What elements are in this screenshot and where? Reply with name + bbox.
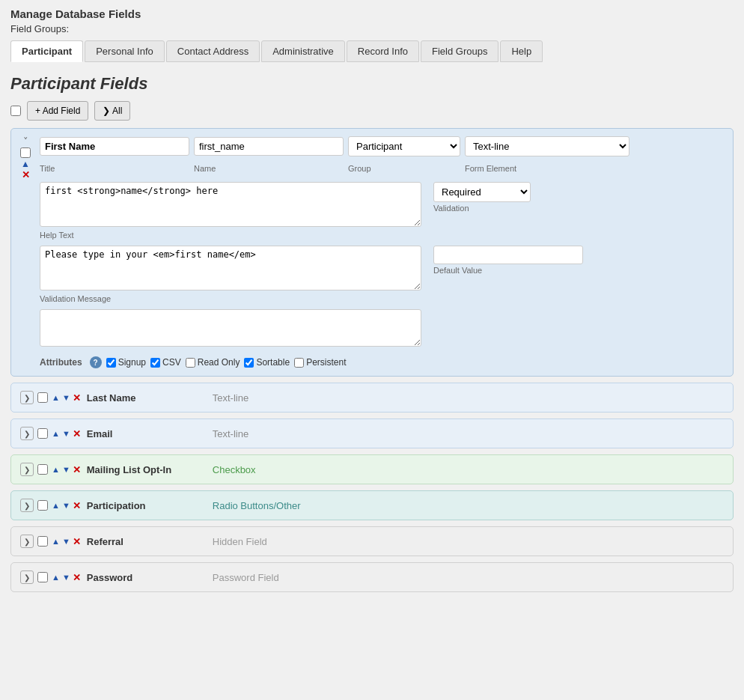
field-row-password: ❯ ▲ ▼ ✕ Password Password Field — [10, 562, 734, 592]
tab-participant[interactable]: Participant — [10, 40, 83, 62]
row-checkbox-referral[interactable] — [37, 536, 48, 547]
expand-btn-mailing-list[interactable]: ❯ — [20, 463, 34, 476]
row-down-mailing-list[interactable]: ▼ — [62, 465, 70, 474]
readonly-label: Read Only — [198, 357, 240, 368]
field-name-input[interactable] — [194, 137, 344, 156]
select-all-checkbox[interactable] — [10, 106, 21, 116]
field-group-select[interactable]: Participant Personal Info Contact Addres… — [348, 136, 460, 156]
row-field-name-password: Password — [87, 572, 207, 583]
default-value-input[interactable] — [433, 246, 583, 264]
sortable-label: Sortable — [256, 357, 290, 368]
row-up-password[interactable]: ▲ — [52, 573, 60, 582]
row-field-type-last-name: Text-line — [213, 392, 248, 404]
section-title: Participant Fields — [10, 74, 734, 94]
default-value-label: Default Value — [433, 266, 724, 275]
form-element-label: Form Element — [465, 164, 629, 173]
row-del-last-name[interactable]: ✕ — [73, 392, 81, 404]
validation-select[interactable]: Required None Email Number — [433, 182, 531, 202]
delete-button[interactable]: ✕ — [22, 170, 30, 180]
row-ctrl-participation: ❯ ▲ ▼ ✕ — [20, 499, 81, 512]
field-row-participation: ❯ ▲ ▼ ✕ Participation Radio Buttons/Othe… — [10, 490, 734, 520]
row-field-type-mailing-list: Checkbox — [213, 464, 256, 475]
collapse-button[interactable]: ˅ — [23, 136, 28, 146]
row-del-mailing-list[interactable]: ✕ — [73, 464, 81, 475]
attributes-textarea[interactable] — [40, 309, 421, 347]
validation-label: Validation — [433, 204, 724, 213]
row-checkbox-last-name[interactable] — [37, 392, 48, 403]
row-down-referral[interactable]: ▼ — [62, 537, 70, 546]
attributes-row: Attributes ? Signup CSV Read Only Sortab… — [40, 356, 724, 368]
field-form-element-select[interactable]: Text-line Textarea Checkbox Radio Button… — [465, 136, 629, 156]
row-del-email[interactable]: ✕ — [73, 428, 81, 439]
row-up-email[interactable]: ▲ — [52, 429, 60, 438]
row-field-name-participation: Participation — [87, 500, 207, 511]
tab-record-info[interactable]: Record Info — [347, 40, 419, 62]
row-ctrl-password: ❯ ▲ ▼ ✕ — [20, 570, 81, 584]
row-del-referral[interactable]: ✕ — [73, 536, 81, 547]
csv-checkbox[interactable] — [150, 358, 160, 368]
row-checkbox-mailing-list[interactable] — [37, 464, 48, 475]
first-name-field-card: ˅ ▲ ✕ Participant Personal Info Contact … — [10, 128, 734, 377]
add-field-button[interactable]: + Add Field — [27, 101, 88, 121]
move-up-button[interactable]: ▲ — [21, 159, 30, 168]
row-down-email[interactable]: ▼ — [62, 429, 70, 438]
tabs-container: Participant Personal Info Contact Addres… — [10, 40, 734, 62]
row-down-last-name[interactable]: ▼ — [62, 393, 70, 402]
row-up-referral[interactable]: ▲ — [52, 537, 60, 546]
expand-btn-last-name[interactable]: ❯ — [20, 391, 34, 404]
field-title-input[interactable] — [40, 137, 189, 156]
toolbar: + Add Field ❯ All — [10, 101, 734, 121]
row-field-name-email: Email — [87, 428, 207, 439]
persistent-label: Persistent — [306, 357, 346, 368]
help-text-label: Help Text — [40, 231, 421, 240]
row-up-mailing-list[interactable]: ▲ — [52, 465, 60, 474]
title-label: Title — [40, 164, 189, 173]
row-ctrl-referral: ❯ ▲ ▼ ✕ — [20, 535, 81, 548]
field-row-referral: ❯ ▲ ▼ ✕ Referral Hidden Field — [10, 526, 734, 556]
expand-btn-email[interactable]: ❯ — [20, 427, 34, 440]
row-checkbox-password[interactable] — [37, 572, 48, 582]
row-down-password[interactable]: ▼ — [62, 573, 70, 582]
persistent-checkbox[interactable] — [294, 358, 304, 368]
validation-message-textarea[interactable]: Please type in your <em>first name</em> — [40, 246, 421, 290]
row-del-password[interactable]: ✕ — [73, 572, 81, 583]
attributes-help-icon[interactable]: ? — [90, 356, 102, 368]
row-checkbox-participation[interactable] — [37, 500, 48, 511]
tab-contact-address[interactable]: Contact Address — [166, 40, 260, 62]
row-field-name-mailing-list: Mailing List Opt-In — [87, 464, 207, 475]
row-down-participation[interactable]: ▼ — [62, 501, 70, 510]
row-field-type-email: Text-line — [213, 428, 248, 439]
tab-personal-info[interactable]: Personal Info — [85, 40, 165, 62]
field-row-email: ❯ ▲ ▼ ✕ Email Text-line — [10, 419, 734, 448]
row-field-type-password: Password Field — [213, 572, 279, 583]
sortable-checkbox[interactable] — [244, 358, 254, 368]
help-text-textarea[interactable]: first <strong>name</strong> here — [40, 182, 421, 227]
row-field-type-participation: Radio Buttons/Other — [213, 500, 301, 511]
expand-btn-password[interactable]: ❯ — [20, 570, 34, 584]
expand-btn-participation[interactable]: ❯ — [20, 499, 34, 512]
tab-help[interactable]: Help — [500, 40, 543, 62]
page-title: Manage Database Fields — [10, 7, 734, 20]
validation-message-label: Validation Message — [40, 294, 421, 303]
row-field-name-referral: Referral — [87, 536, 207, 547]
field-groups-label: Field Groups: — [10, 23, 734, 34]
tab-field-groups[interactable]: Field Groups — [421, 40, 498, 62]
field-checkbox[interactable] — [20, 147, 31, 158]
group-label: Group — [348, 164, 460, 173]
signup-label: Signup — [118, 357, 146, 368]
field-row-mailing-list: ❯ ▲ ▼ ✕ Mailing List Opt-In Checkbox — [10, 454, 734, 484]
row-del-participation[interactable]: ✕ — [73, 500, 81, 511]
row-ctrl-mailing-list: ❯ ▲ ▼ ✕ — [20, 463, 81, 476]
readonly-checkbox[interactable] — [186, 358, 195, 368]
tab-administrative[interactable]: Administrative — [261, 40, 345, 62]
row-up-last-name[interactable]: ▲ — [52, 393, 60, 402]
all-button[interactable]: ❯ All — [94, 101, 130, 121]
row-field-name-last-name: Last Name — [87, 392, 207, 404]
signup-checkbox[interactable] — [106, 358, 116, 368]
expand-btn-referral[interactable]: ❯ — [20, 535, 34, 548]
name-label: Name — [194, 164, 344, 173]
row-checkbox-email[interactable] — [37, 428, 48, 439]
row-up-participation[interactable]: ▲ — [52, 501, 60, 510]
csv-label: CSV — [162, 357, 181, 368]
attributes-label: Attributes — [40, 357, 82, 368]
